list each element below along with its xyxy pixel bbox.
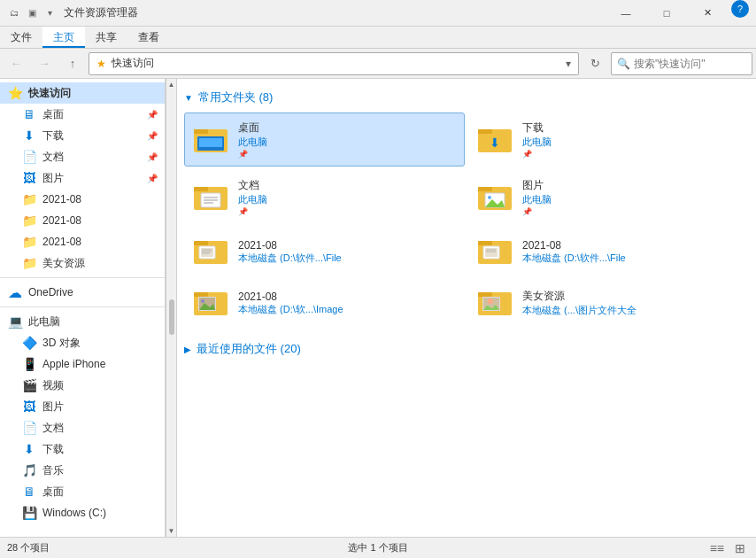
- sidebar-item-folder3[interactable]: 📁 2021-08: [0, 231, 165, 252]
- sidebar-divider: [0, 306, 165, 307]
- help-button[interactable]: ?: [731, 0, 749, 18]
- sidebar-item-documents[interactable]: 📄 文档 📌: [0, 146, 165, 167]
- maximize-button[interactable]: □: [646, 0, 687, 27]
- svg-point-41: [488, 298, 493, 304]
- search-box[interactable]: 🔍: [611, 52, 752, 75]
- drive-icon: 💾: [21, 505, 37, 521]
- title-bar-icons: 🗂 ▣ ▾: [7, 6, 57, 20]
- search-input[interactable]: [634, 58, 746, 70]
- folder-item-documents[interactable]: 文档 此电脑 📌: [184, 170, 465, 224]
- close-button[interactable]: ✕: [687, 0, 728, 27]
- folder-item-pictures[interactable]: 图片 此电脑 📌: [468, 170, 749, 224]
- svg-text:⬇: ⬇: [490, 136, 500, 150]
- minimize-button[interactable]: —: [606, 0, 646, 27]
- folder-2021-icon: [194, 236, 229, 267]
- folder-sub: 本地磁盘 (D:\软...\Image: [238, 303, 455, 316]
- scroll-down-icon[interactable]: ▼: [168, 527, 175, 535]
- sidebar: ⭐ 快速访问 🖥 桌面 📌 ⬇ 下载 📌 📄 文档 📌 🖼 图片 �: [0, 79, 166, 537]
- frequent-folders-header[interactable]: ▼ 常用文件夹 (8): [184, 86, 749, 112]
- sidebar-item-music[interactable]: 🎵 音乐: [0, 460, 165, 481]
- grid-view-button[interactable]: ⊞: [731, 539, 749, 557]
- quick-access-icon: ▣: [25, 6, 39, 20]
- svg-rect-28: [485, 248, 498, 257]
- folder-downloads-icon: ⬇: [478, 124, 513, 156]
- folder-item-beauty[interactable]: 美女资源 本地磁盘 (...\图片文件大全: [468, 279, 749, 327]
- svg-rect-38: [478, 292, 492, 297]
- folder-item-downloads[interactable]: ⬇ 下载 此电脑 📌: [468, 112, 749, 167]
- main-area: ⭐ 快速访问 🖥 桌面 📌 ⬇ 下载 📌 📄 文档 📌 🖼 图片 �: [0, 79, 756, 537]
- ribbon: 文件 主页 共享 查看: [0, 27, 756, 49]
- folder-name: 2021-08: [522, 239, 739, 252]
- tab-home[interactable]: 主页: [42, 27, 85, 48]
- up-button[interactable]: ↑: [60, 51, 85, 76]
- folder-item-desktop[interactable]: 桌面 此电脑 📌: [184, 112, 465, 167]
- sidebar-item-this-pc[interactable]: 💻 此电脑: [0, 311, 165, 332]
- tab-file[interactable]: 文件: [0, 27, 42, 48]
- status-right: ≡≡ ⊞: [706, 539, 749, 557]
- pin-indicator: 📌: [522, 207, 739, 216]
- this-pc-icon: 💻: [7, 314, 23, 329]
- recent-files-header[interactable]: ▶ 最近使用的文件 (20): [184, 337, 749, 364]
- sidebar-item-downloads[interactable]: ⬇ 下载 📌: [0, 125, 165, 146]
- tab-share[interactable]: 共享: [85, 27, 127, 48]
- folder-desktop-icon: [194, 124, 229, 156]
- folder-2021-08-1-info: 2021-08 本地磁盘 (D:\软件...\File: [238, 239, 455, 265]
- downloads2-icon: ⬇: [21, 441, 37, 457]
- svg-point-16: [488, 196, 491, 199]
- folder-pictures-info: 图片 此电脑 📌: [522, 178, 739, 216]
- tab-view[interactable]: 查看: [127, 27, 170, 48]
- folder-item-2021-08-img[interactable]: 2021-08 本地磁盘 (D:\软...\Image: [184, 279, 465, 327]
- folder-item-2021-08-1[interactable]: 2021-08 本地磁盘 (D:\软件...\File: [184, 228, 465, 275]
- folder-item-2021-08-2[interactable]: 2021-08 本地磁盘 (D:\软件...\File: [468, 228, 749, 275]
- recent-files-title: 最近使用的文件 (20): [197, 341, 301, 357]
- forward-button[interactable]: →: [32, 51, 57, 76]
- sidebar-item-desktop2[interactable]: 🖥 桌面: [0, 481, 165, 502]
- folder-2021-img-info: 2021-08 本地磁盘 (D:\软...\Image: [238, 291, 455, 316]
- folder-sub: 此电脑: [238, 136, 455, 149]
- folder-name: 文档: [238, 178, 455, 193]
- svg-rect-5: [478, 129, 492, 134]
- svg-rect-26: [478, 241, 492, 245]
- sidebar-item-folder2[interactable]: 📁 2021-08: [0, 210, 165, 231]
- list-view-button[interactable]: ≡≡: [706, 539, 728, 557]
- svg-rect-32: [194, 292, 208, 297]
- desktop2-icon: 🖥: [21, 484, 37, 500]
- address-bar: ← → ↑ ★ 快速访问 ▾ ↻ 🔍: [0, 49, 756, 79]
- sidebar-item-desktop[interactable]: 🖥 桌面 📌: [0, 104, 165, 125]
- sidebar-item-documents2[interactable]: 📄 文档: [0, 417, 165, 438]
- folder-documents-icon: [194, 182, 229, 213]
- sidebar-item-folder1[interactable]: 📁 2021-08: [0, 189, 165, 210]
- sidebar-divider: [0, 277, 165, 278]
- scroll-up-icon[interactable]: ▲: [168, 81, 175, 89]
- sidebar-item-pictures2[interactable]: 🖼 图片: [0, 396, 165, 417]
- svg-rect-8: [194, 187, 208, 191]
- back-button[interactable]: ←: [4, 51, 28, 76]
- folder-img-icon: [194, 287, 229, 319]
- sidebar-item-folder4[interactable]: 📁 美女资源: [0, 252, 165, 274]
- sidebar-item-pictures[interactable]: 🖼 图片 📌: [0, 167, 165, 189]
- onedrive-icon: ☁: [7, 284, 23, 300]
- folder-downloads-info: 下载 此电脑 📌: [522, 120, 739, 159]
- address-box[interactable]: ★ 快速访问 ▾: [89, 52, 579, 75]
- folder-name: 图片: [522, 178, 739, 193]
- folder-2021b-icon: [478, 236, 513, 267]
- iphone-icon: 📱: [21, 356, 37, 372]
- app-icon: 🗂: [7, 6, 21, 20]
- title-bar: 🗂 ▣ ▾ 文件资源管理器 — □ ✕ ?: [0, 0, 756, 27]
- pictures2-icon: 🖼: [21, 399, 37, 415]
- folder-name: 美女资源: [522, 289, 739, 304]
- sidebar-item-quick-access[interactable]: ⭐ 快速访问: [0, 82, 165, 104]
- downloads-icon: ⬇: [21, 128, 37, 143]
- folder-documents-info: 文档 此电脑 📌: [238, 178, 455, 216]
- sidebar-item-windows-c[interactable]: 💾 Windows (C:): [0, 502, 165, 523]
- sidebar-item-3d-objects[interactable]: 🔷 3D 对象: [0, 332, 165, 353]
- sidebar-item-downloads2[interactable]: ⬇ 下载: [0, 438, 165, 460]
- refresh-button[interactable]: ↻: [582, 51, 607, 76]
- sidebar-item-onedrive[interactable]: ☁ OneDrive: [0, 282, 165, 303]
- chevron-down-icon: ▼: [184, 93, 193, 103]
- svg-rect-1: [194, 129, 208, 134]
- pin-indicator: 📌: [522, 150, 739, 159]
- sidebar-item-apple-iphone[interactable]: 📱 Apple iPhone: [0, 353, 165, 375]
- address-chevron-icon: ▾: [566, 58, 571, 70]
- sidebar-item-videos[interactable]: 🎬 视频: [0, 375, 165, 396]
